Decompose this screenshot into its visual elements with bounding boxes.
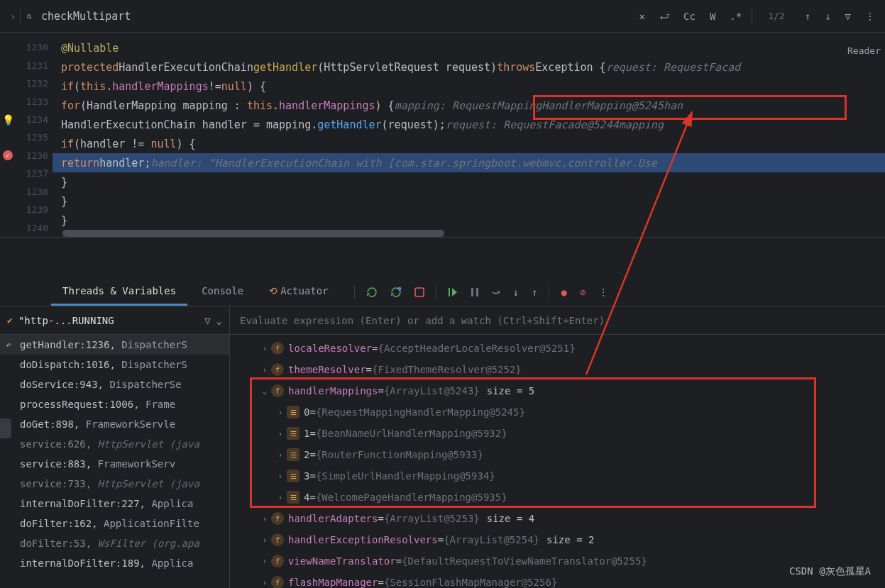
code-line[interactable]: } — [53, 211, 885, 230]
stack-frame[interactable]: doDispatch:1016, DispatcherS — [0, 355, 229, 375]
variable-row[interactable]: ›flocaleResolver = {AcceptHeaderLocaleRe… — [230, 338, 885, 359]
expand-chevron-icon[interactable]: › — [258, 558, 271, 565]
step-into-icon[interactable]: ↓ — [509, 284, 523, 301]
line-number[interactable]: 1234 — [16, 114, 53, 125]
expand-chevron-icon[interactable]: › — [274, 430, 287, 438]
view-breakpoints-icon[interactable]: ● — [556, 284, 571, 301]
resume-icon[interactable] — [444, 284, 462, 300]
variable-row[interactable]: ⌄fhandlerMappings = {ArrayList@5243}size… — [230, 380, 885, 401]
tab-threads-variables[interactable]: Threads & Variables — [51, 278, 187, 306]
expand-chevron-icon[interactable]: › — [274, 409, 287, 416]
variable-name: themeResolver — [288, 364, 366, 375]
rerun-icon[interactable] — [362, 284, 382, 301]
thread-selector[interactable]: ✔ "http-...RUNNING ▽ ⌄ — [0, 306, 229, 335]
tab-console[interactable]: Console — [190, 278, 255, 306]
filter-icon[interactable]: ▽ — [204, 315, 210, 326]
line-number[interactable]: 1233 — [16, 96, 53, 107]
stack-frame[interactable]: service:733, HttpServlet (java — [0, 474, 229, 494]
line-number[interactable]: 1238 — [16, 187, 53, 197]
close-icon[interactable]: ✕ — [635, 8, 649, 25]
pause-icon[interactable] — [466, 284, 483, 300]
new-line-icon[interactable]: ⮐ — [655, 8, 674, 25]
code-line[interactable]: if (handler != null) { — [53, 134, 885, 153]
variable-row[interactable]: ›☰3 = {SimpleUrlHandlerMapping@5934} — [230, 465, 885, 487]
expand-chevron-icon[interactable]: › — [258, 515, 271, 523]
variable-row[interactable]: ›fflashMapManager = {SessionFlashMapMana… — [230, 572, 885, 588]
filter-icon[interactable]: ▽ — [841, 8, 855, 25]
expand-chevron-icon[interactable]: › — [258, 345, 271, 353]
stack-frame[interactable]: service:626, HttpServlet (java — [0, 434, 229, 454]
variable-row[interactable]: ›fthemeResolver = {FixedThemeResolver@52… — [230, 359, 885, 380]
expand-chevron-icon[interactable]: › — [258, 536, 271, 544]
field-icon: f — [271, 512, 284, 525]
collapse-chevron-icon[interactable]: › — [6, 8, 20, 25]
variable-name: flashMapManager — [288, 577, 378, 588]
field-icon: f — [271, 363, 284, 376]
variable-row[interactable]: ›☰1 = {BeanNameUrlHandlerMapping@5932} — [230, 423, 885, 444]
search-icon[interactable]: ⌕ — [21, 8, 38, 25]
stack-frame[interactable]: service:883, FrameworkServ — [0, 454, 229, 474]
stack-frame[interactable]: doFilter:162, ApplicationFilte — [0, 514, 229, 533]
line-number[interactable]: 1239 — [16, 204, 53, 215]
stop-icon[interactable] — [410, 284, 429, 300]
more-icon[interactable]: ⋮ — [861, 8, 879, 25]
stack-frame[interactable]: ↶getHandler:1236, DispatcherS — [0, 335, 229, 355]
code-line[interactable]: return handler; handler: "HandlerExecuti… — [53, 153, 885, 172]
tab-actuator[interactable]: ⟲Actuator — [258, 278, 339, 306]
regex-toggle[interactable]: .* — [725, 8, 746, 25]
array-element-icon: ☰ — [287, 406, 299, 418]
line-number[interactable]: 1237 — [16, 168, 53, 179]
chevron-down-icon[interactable]: ⌄ — [216, 315, 222, 326]
expand-chevron-icon[interactable]: › — [274, 472, 287, 480]
line-number[interactable]: 1240 — [16, 223, 53, 233]
variable-row[interactable]: ›☰2 = {RouterFunctionMapping@5933} — [230, 444, 885, 465]
stack-frame[interactable]: internalDoFilter:189, Applica — [0, 553, 229, 573]
stack-frame[interactable]: doFilter:53, WsFilter (org.apa — [0, 533, 229, 553]
code-line[interactable]: @Nullable — [53, 38, 885, 57]
stack-frame[interactable]: doService:943, DispatcherSe — [0, 375, 229, 394]
mute-breakpoints-icon[interactable]: ⊘ — [576, 284, 590, 301]
variable-row[interactable]: ›☰0 = {RequestMappingHandlerMapping@5245… — [230, 401, 885, 423]
expand-chevron-icon[interactable]: › — [258, 366, 271, 374]
prev-match-icon[interactable]: ↑ — [801, 8, 815, 25]
line-number[interactable]: 1231 — [16, 60, 53, 71]
evaluate-bar[interactable] — [230, 306, 885, 335]
match-count: 1/2 — [758, 11, 794, 21]
code-line[interactable]: } — [53, 192, 885, 211]
expand-chevron-icon[interactable]: › — [274, 451, 287, 459]
rerun-modified-icon[interactable] — [386, 284, 406, 301]
line-number[interactable]: 1232 — [16, 78, 53, 89]
variable-row[interactable]: ›fhandlerExceptionResolvers = {ArrayList… — [230, 529, 885, 550]
code-line[interactable]: protected HandlerExecutionChain getHandl… — [53, 57, 885, 77]
line-number[interactable]: 1236 — [16, 150, 53, 161]
variable-row[interactable]: ›☰4 = {WelcomePageHandlerMapping@5935} — [230, 487, 885, 508]
line-number[interactable]: 1235 — [16, 132, 53, 143]
variable-value: {FixedThemeResolver@5252} — [372, 364, 522, 375]
evaluate-input[interactable] — [240, 315, 875, 326]
search-input[interactable] — [38, 7, 635, 26]
more-debug-icon[interactable]: ⋮ — [594, 284, 612, 301]
expand-chevron-icon[interactable]: › — [258, 579, 271, 587]
stack-frame[interactable]: processRequest:1006, Frame — [0, 394, 229, 414]
stack-frame[interactable]: internalDoFilter:227, Applica — [0, 494, 229, 514]
variable-row[interactable]: ›fviewNameTranslator = {DefaultRequestTo… — [230, 550, 885, 572]
breakpoint-icon[interactable]: ✓ — [3, 150, 13, 160]
code-line[interactable]: HandlerExecutionChain handler = mapping.… — [53, 115, 885, 134]
collapse-handle[interactable] — [0, 418, 11, 438]
intention-bulb-icon[interactable]: 💡 — [2, 114, 14, 126]
step-out-icon[interactable]: ↑ — [527, 284, 542, 301]
line-number[interactable]: 1230 — [16, 42, 53, 52]
code-line[interactable]: if (this.handlerMappings != null) { — [53, 77, 885, 96]
match-case-toggle[interactable]: Cc — [679, 8, 700, 25]
stack-frame[interactable]: doGet:898, FrameworkServle — [0, 414, 229, 434]
horizontal-scrollbar[interactable] — [62, 230, 444, 237]
code-line[interactable]: } — [53, 172, 885, 192]
words-toggle[interactable]: W — [705, 8, 720, 25]
expand-chevron-icon[interactable]: › — [274, 494, 287, 501]
code-line[interactable]: for (HandlerMapping mapping : this.handl… — [53, 96, 885, 115]
next-match-icon[interactable]: ↓ — [820, 8, 835, 25]
expand-chevron-icon[interactable]: ⌄ — [258, 387, 271, 395]
variable-row[interactable]: ›fhandlerAdapters = {ArrayList@5253}size… — [230, 508, 885, 529]
code-editor[interactable]: Reader 1230123112321233💡12341235✓1236123… — [0, 33, 885, 237]
step-over-icon[interactable]: ⤻ — [488, 284, 505, 301]
